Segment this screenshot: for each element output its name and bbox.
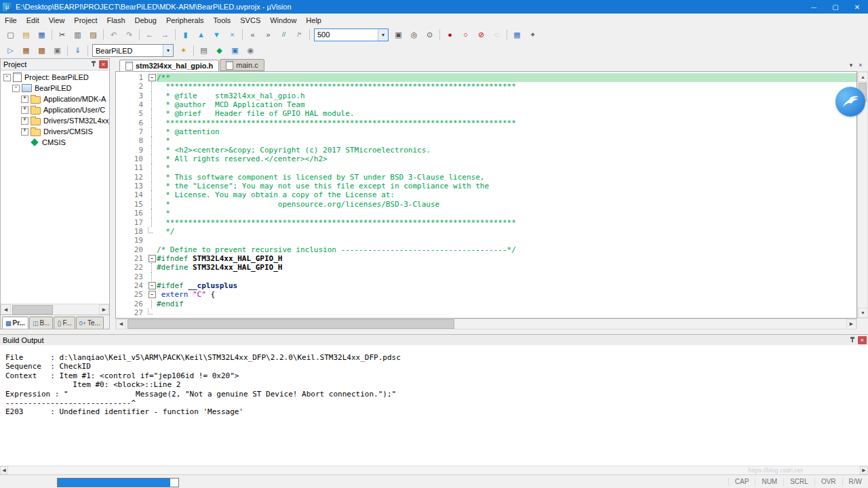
tree-item[interactable]: +Drivers/STM32L4xx_ [1, 115, 109, 126]
menu-view[interactable]: View [44, 14, 70, 26]
menu-flash[interactable]: Flash [102, 14, 130, 26]
code-line[interactable]: 14 * License. You may obtain a copy of t… [116, 190, 856, 199]
expand-icon[interactable]: + [21, 96, 28, 103]
fold-collapse-icon[interactable]: - [149, 255, 156, 262]
code-line[interactable]: 25- extern "C" { [116, 290, 856, 299]
open-file-button[interactable]: ▤ [19, 28, 33, 41]
scroll-right-icon[interactable] [99, 304, 109, 314]
code-line[interactable]: 9 * <h2><center>&copy; Copyright (c) 201… [116, 146, 856, 155]
tree-item[interactable]: CMSIS [1, 137, 109, 148]
vertical-splitter[interactable] [110, 58, 115, 329]
fold-collapse-icon[interactable]: - [149, 291, 156, 298]
rebuild-button[interactable]: ▩ [35, 44, 49, 58]
project-panel-close-icon[interactable] [99, 60, 108, 68]
code-line[interactable]: 11 * [116, 163, 856, 172]
code-line[interactable]: 7 * @attention [116, 127, 856, 136]
bookmark-clear-button[interactable]: × [225, 28, 239, 41]
tree-item[interactable]: -BearPiLED [1, 83, 109, 94]
configure-button[interactable]: ✦ [526, 28, 540, 41]
code-line[interactable]: 16 * [116, 209, 856, 218]
menu-project[interactable]: Project [69, 14, 102, 26]
maximize-button[interactable] [825, 0, 846, 14]
code-line[interactable]: 21-#ifndef STM32L4xx_HAL_GPIO_H [116, 254, 856, 263]
window-layout-button[interactable]: ▦ [510, 28, 524, 41]
bookmark-toggle-button[interactable]: ▮ [178, 28, 193, 41]
expand-icon[interactable]: + [21, 106, 28, 114]
minimize-button[interactable] [803, 0, 825, 14]
pin-icon[interactable] [848, 336, 856, 344]
insert-breakpoint-button[interactable]: ● [443, 28, 457, 41]
cut-button[interactable]: ✂ [55, 28, 69, 41]
code-line[interactable]: 24-#ifdef __cplusplus [116, 281, 856, 290]
code-line[interactable]: 6 **************************************… [116, 119, 856, 127]
code-line[interactable]: 13 * the "License"; You may not use this… [116, 182, 856, 190]
comment-button[interactable]: // [277, 28, 291, 41]
manage-rte-button[interactable]: ◆ [212, 44, 226, 58]
code-line[interactable]: 2 **************************************… [116, 82, 856, 91]
unindent-button[interactable]: « [245, 28, 260, 41]
fold-collapse-icon[interactable]: - [149, 74, 156, 81]
scrollbar-thumb[interactable] [12, 305, 53, 314]
save-button[interactable]: ▦ [35, 28, 49, 41]
panel-tab-functions[interactable]: {}F... [54, 317, 75, 329]
incremental-find-button[interactable]: ⊙ [422, 28, 437, 41]
collapse-icon[interactable]: - [3, 74, 11, 81]
code-line[interactable]: 23 [116, 272, 856, 281]
code-line[interactable]: 12 * This software component is licensed… [116, 173, 856, 182]
disable-breakpoint-button[interactable]: ○ [458, 28, 473, 41]
chevron-down-icon[interactable]: ▾ [378, 29, 388, 41]
tab-close-icon[interactable]: × [856, 60, 865, 70]
disable-all-breakpoints-button[interactable]: ◌ [490, 28, 504, 41]
find-button[interactable]: ◎ [407, 28, 421, 41]
editor-hscrollbar[interactable] [115, 319, 857, 329]
find-combo[interactable]: 500▾ [314, 28, 389, 41]
chevron-down-icon[interactable]: ▾ [163, 45, 173, 56]
code-line[interactable]: 5 * @brief Header file of GPIO HAL modul… [116, 109, 856, 118]
code-line[interactable]: 20/* Define to prevent recursive inclusi… [116, 245, 856, 254]
scroll-up-icon[interactable] [858, 72, 868, 82]
target-options-button[interactable]: ✶ [176, 44, 191, 58]
uncomment-button[interactable]: /* [292, 28, 307, 41]
code-line[interactable]: 1-/** [116, 73, 856, 82]
collapse-icon[interactable]: - [12, 85, 20, 92]
download-button[interactable]: ⇓ [71, 44, 85, 58]
navigate-forward-button[interactable]: → [158, 28, 172, 41]
scroll-left-icon[interactable] [0, 466, 8, 474]
code-editor[interactable]: 1-/**2 *********************************… [115, 71, 857, 319]
scroll-right-icon[interactable] [860, 466, 868, 474]
code-line[interactable]: 10 * All rights reserved.</center></h2> [116, 155, 856, 163]
expand-icon[interactable]: + [21, 117, 28, 125]
scroll-right-icon[interactable] [846, 319, 856, 329]
debug-button[interactable]: ◉ [243, 44, 258, 58]
code-line[interactable]: 22#define STM32L4xx_HAL_GPIO_H [116, 263, 856, 272]
build-output-close-icon[interactable] [858, 336, 867, 344]
tree-item[interactable]: -Project: BearPiLED [1, 72, 109, 83]
redo-button[interactable]: ↷ [122, 28, 136, 41]
code-line[interactable]: 18 */ [116, 227, 856, 236]
find-in-files-button[interactable]: ▣ [391, 28, 406, 41]
indent-button[interactable]: » [261, 28, 275, 41]
tab-list-chevron-down-icon[interactable]: ▾ [846, 60, 856, 70]
project-panel-hscrollbar[interactable] [1, 304, 109, 314]
scroll-down-icon[interactable] [858, 308, 868, 318]
translate-button[interactable]: ▷ [3, 44, 18, 58]
tree-item[interactable]: +Application/MDK-A [1, 94, 109, 104]
bookmark-prev-button[interactable]: ▲ [194, 28, 208, 41]
paste-button[interactable]: ▨ [86, 28, 100, 41]
menu-debug[interactable]: Debug [130, 14, 161, 26]
tab-stm32l4xx-hal-gpio-h[interactable]: stm32l4xx_hal_gpio.h [119, 60, 219, 72]
menu-edit[interactable]: Edit [22, 14, 44, 26]
tab-main-c[interactable]: main.c [220, 59, 264, 71]
menu-file[interactable]: File [0, 14, 22, 26]
code-line[interactable]: 17 *************************************… [116, 218, 856, 227]
fold-collapse-icon[interactable]: - [149, 282, 156, 289]
code-line[interactable]: 8 * [116, 136, 856, 145]
navigate-back-button[interactable]: ← [142, 28, 157, 41]
pack-installer-button[interactable]: ▣ [228, 44, 242, 58]
code-line[interactable]: 19 [116, 236, 856, 245]
menu-svcs[interactable]: SVCS [235, 14, 265, 26]
panel-tab-books[interactable]: ◫B... [29, 317, 54, 329]
new-file-button[interactable]: ▢ [3, 28, 18, 41]
scroll-left-icon[interactable] [116, 319, 126, 329]
panel-tab-templates[interactable]: 0+Te... [76, 317, 104, 329]
